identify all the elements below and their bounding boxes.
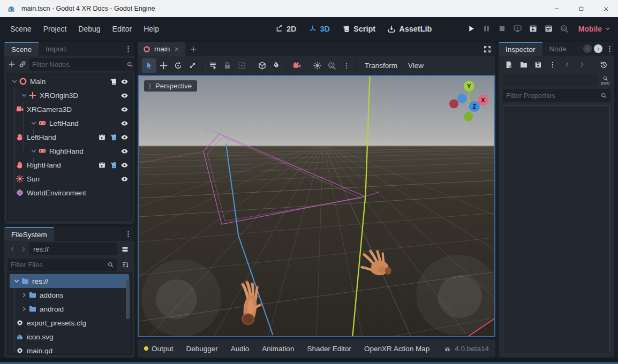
bottom-tab-animation[interactable]: Animation — [255, 345, 300, 353]
history-forward-icon[interactable] — [18, 243, 28, 255]
scene-node-xrorigin3d[interactable]: XROrigin3D — [7, 88, 131, 102]
stop-button[interactable] — [496, 23, 508, 35]
scene-node-sun[interactable]: Sun — [7, 172, 131, 186]
view-menu[interactable]: View — [403, 59, 429, 72]
menu-scene[interactable]: Scene — [4, 21, 37, 36]
local-space-icon[interactable] — [255, 58, 269, 73]
projection-selector[interactable]: Perspective — [144, 80, 197, 92]
scene-dock-menu-icon[interactable] — [122, 42, 134, 56]
collapse-caret-icon[interactable] — [11, 78, 18, 85]
bottom-tab-debugger[interactable]: Debugger — [180, 345, 224, 353]
transform-menu[interactable]: Transform — [359, 59, 403, 72]
menu-help[interactable]: Help — [138, 21, 165, 36]
movie-maker-icon[interactable] — [559, 23, 570, 35]
script-icon[interactable] — [108, 132, 118, 142]
scene-node-righthand-controller[interactable]: RightHand — [7, 144, 131, 158]
scene-node-main[interactable]: Main — [7, 74, 131, 88]
split-view-icon[interactable] — [118, 242, 131, 255]
tab-scene[interactable]: Scene — [4, 42, 39, 56]
distraction-free-icon[interactable] — [479, 42, 495, 56]
instantiate-scene-button[interactable] — [18, 58, 27, 71]
sun-env-menu-icon[interactable] — [339, 58, 353, 73]
menu-editor[interactable]: Editor — [107, 21, 138, 36]
scene-node-lefthand-model[interactable]: LeftHand — [7, 130, 131, 144]
file-row-root[interactable]: res:// — [10, 274, 129, 288]
close-tab-icon[interactable] — [174, 46, 180, 52]
menu-debug[interactable]: Debug — [72, 21, 106, 36]
scene-node-lefthand-controller[interactable]: LeftHand — [7, 116, 131, 130]
new-resource-button[interactable] — [503, 58, 516, 71]
file-row-main-gd[interactable]: main.gd — [7, 344, 131, 355]
visibility-eye-icon[interactable] — [119, 146, 129, 156]
preview-environment-icon[interactable] — [325, 58, 339, 73]
script-icon[interactable] — [108, 160, 118, 170]
visibility-eye-icon[interactable] — [119, 118, 129, 128]
filter-properties-input[interactable] — [506, 92, 600, 100]
filesystem-menu-icon[interactable] — [122, 227, 134, 241]
remote-debug-icon[interactable] — [512, 23, 524, 35]
tab-import[interactable]: Import — [39, 42, 73, 56]
workspace-script-button[interactable]: Script — [342, 25, 375, 33]
filter-nodes-input[interactable] — [32, 60, 126, 69]
new-scene-tab-button[interactable] — [185, 42, 201, 56]
workspace-3d-button[interactable]: 3D — [308, 25, 330, 33]
history-icon[interactable] — [597, 58, 610, 71]
path-input[interactable] — [33, 245, 113, 253]
group-selected-icon[interactable] — [235, 58, 249, 73]
scene-node-righthand-model[interactable]: RightHand — [7, 158, 131, 172]
sort-files-icon[interactable] — [119, 261, 131, 269]
minimize-button[interactable] — [544, 0, 569, 17]
visibility-eye-icon[interactable] — [119, 104, 129, 114]
bottom-tab-openxr-action-map[interactable]: OpenXR Action Map — [358, 345, 436, 353]
history-back-icon[interactable] — [7, 243, 17, 255]
visibility-eye-icon[interactable] — [119, 77, 129, 86]
bottom-tab-shader-editor[interactable]: Shader Editor — [300, 345, 358, 353]
open-docs-button[interactable]: DOC — [601, 75, 610, 85]
tab-inspector[interactable]: Inspector — [499, 42, 542, 56]
snap-mode-icon[interactable] — [269, 58, 284, 73]
camera-preview-icon[interactable] — [290, 58, 304, 73]
preview-sun-icon[interactable] — [310, 58, 325, 73]
save-resource-button[interactable] — [532, 58, 545, 71]
list-select-button[interactable] — [206, 58, 220, 73]
menu-project[interactable]: Project — [37, 21, 73, 36]
viewport-3d[interactable]: X Y Z Perspective — [138, 75, 495, 337]
close-button[interactable] — [593, 0, 618, 17]
export-profile-dropdown[interactable]: Mobile — [578, 25, 611, 33]
scene-node-worldenvironment[interactable]: WorldEnvironment — [7, 186, 131, 200]
move-mode-button[interactable] — [156, 58, 171, 73]
prev-object-icon[interactable] — [561, 58, 574, 71]
bottom-tab-audio[interactable]: Audio — [224, 345, 256, 353]
scale-mode-button[interactable] — [185, 58, 200, 73]
bottom-tab-output[interactable]: Output — [144, 345, 180, 353]
scene-tab-main[interactable]: main — [138, 42, 185, 56]
play-scene-button[interactable] — [527, 23, 539, 35]
file-row-addons[interactable]: addons — [7, 288, 131, 302]
visibility-eye-icon[interactable] — [119, 132, 129, 142]
add-node-button[interactable] — [7, 58, 16, 71]
file-row-icon-svg[interactable]: icon.svg — [7, 330, 131, 344]
maximize-button[interactable] — [569, 0, 593, 17]
tab-node[interactable]: Node — [542, 42, 574, 56]
file-row-export-presets[interactable]: export_presets.cfg — [7, 316, 131, 330]
scrollbar[interactable] — [126, 280, 130, 319]
visibility-eye-icon[interactable] — [119, 174, 129, 184]
tab-scroll-left-icon[interactable] — [583, 44, 592, 53]
resource-menu-icon[interactable] — [546, 58, 559, 71]
workspace-2d-button[interactable]: 2D — [275, 25, 297, 33]
play-custom-scene-button[interactable] — [543, 23, 555, 35]
select-mode-button[interactable] — [142, 58, 156, 73]
property-tools-icon[interactable] — [614, 92, 614, 100]
scene-node-xrcamera3d[interactable]: XRCamera3D — [7, 102, 131, 116]
inspector-dock-menu-icon[interactable] — [605, 45, 614, 53]
script-icon[interactable] — [108, 77, 118, 86]
load-resource-button[interactable] — [517, 58, 530, 71]
tab-scroll-right-icon[interactable] — [594, 44, 602, 53]
visibility-eye-icon[interactable] — [119, 90, 129, 100]
pause-button[interactable] — [481, 23, 493, 35]
scene-instance-icon[interactable] — [97, 160, 107, 170]
play-button[interactable] — [465, 23, 477, 35]
visibility-eye-icon[interactable] — [119, 160, 129, 170]
rotate-mode-button[interactable] — [171, 58, 185, 73]
filter-files-input[interactable] — [11, 261, 107, 269]
